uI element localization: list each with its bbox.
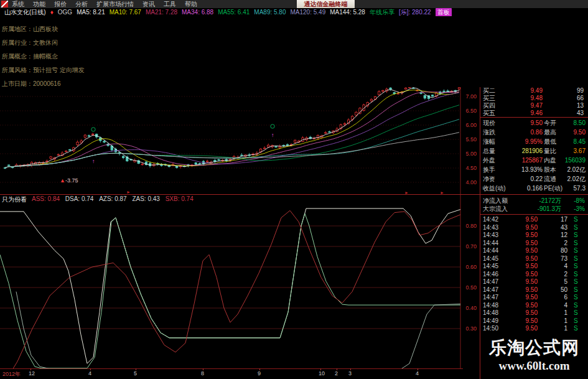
stat-value: 2.02亿 <box>554 174 586 184</box>
tick-volume: 2 <box>543 271 567 278</box>
expand-arrow-icon[interactable]: ► <box>440 190 444 195</box>
tick-volume: 1 <box>543 317 567 325</box>
kline-chart: 7.006.506.005.505.004.504.00▲-3.75↑↑ <box>0 87 480 195</box>
buy-signal-arrow-icon: ↑ <box>271 132 274 138</box>
price-axis-label: 5.50 <box>465 136 477 143</box>
tick-volume: 5 <box>543 278 567 286</box>
tick-volume: 6 <box>543 294 567 301</box>
menu-item-2[interactable]: 功能 <box>33 0 45 9</box>
tick-sell-flag: S <box>574 240 578 247</box>
indicator-chart: 0.800.700.600.500.400.30 <box>0 195 480 368</box>
tick-sell-flag: S <box>574 294 578 301</box>
stat-value: 57.3 <box>554 184 586 193</box>
stat-label: 净资 <box>483 174 495 184</box>
menu-item-6[interactable]: 资讯 <box>142 0 155 9</box>
tick-time: 14:45 <box>483 255 498 263</box>
tick-price: 9.50 <box>508 286 538 294</box>
tick-sell-flag: S <box>574 247 578 255</box>
stat-row: 外盘125867内盘156039 <box>480 156 588 165</box>
month-label: 8 <box>201 370 204 377</box>
indicator-field: AZS: 0.87 <box>99 195 128 202</box>
tick-time: 14:43 <box>483 224 498 232</box>
signal-circle-icon <box>271 124 274 128</box>
tick-time: 14:48 <box>483 309 498 317</box>
stat-label: 外盘 <box>483 156 495 165</box>
expand-arrow-icon[interactable]: ► <box>404 190 409 195</box>
info-segment: MA21: 7.28 <box>146 9 177 16</box>
tick-row: 14:479.506S <box>480 294 588 301</box>
menu-item-7[interactable]: 工具 <box>164 0 176 9</box>
stat-row: 涨幅9.95%最低8.45 <box>480 137 588 146</box>
tick-price: 9.50 <box>508 302 538 309</box>
expand-arrow-icon[interactable]: ► <box>126 190 131 194</box>
bid-label: 买三 <box>483 95 495 102</box>
indicator-header: 只为份看 ASS: 0.84 DSA: 0.74 AZS: 0.87 ZAS: … <box>2 195 197 203</box>
tick-price: 9.50 <box>508 232 538 239</box>
stat-row: 涨跌0.86最高9.50 <box>480 128 588 137</box>
indicator-axis-label: 0.80 <box>465 223 477 229</box>
info-segment: 首板 <box>436 8 452 16</box>
bid-label: 买四 <box>483 102 495 110</box>
bid-price: 9.47 <box>510 102 543 110</box>
indicator-field: SXB: 0.74 <box>166 195 194 202</box>
tick-row: 14:479.505S <box>480 278 588 286</box>
stat-value: 125867 <box>505 156 543 165</box>
indicator-line-white <box>0 208 460 363</box>
stat-value: 9.50 <box>554 128 586 137</box>
tick-row: 14:489.501S <box>480 309 588 317</box>
tick-sell-flag: S <box>574 325 578 332</box>
tick-time: 14:43 <box>483 232 498 239</box>
stat-value: 156039 <box>554 156 586 165</box>
tick-row: 14:499.501S <box>480 317 588 325</box>
tick-price: 9.50 <box>508 224 538 232</box>
price-axis-label: 6.50 <box>465 108 477 114</box>
bid-volume: 43 <box>549 110 584 117</box>
tick-sell-flag: S <box>574 255 578 263</box>
flow-row: 净流入额-2172万-8% <box>480 197 588 205</box>
bid-label: 买二 <box>483 87 495 95</box>
property-line: 所属行业：文教休闲 <box>2 39 58 47</box>
menu-item-8[interactable]: 帮助 <box>185 0 197 9</box>
stat-value: 2.02亿 <box>554 165 586 174</box>
indicator-axis-label: 0.60 <box>465 264 477 270</box>
price-gridlines <box>0 96 460 182</box>
bid-row[interactable]: 买四9.4713 <box>480 102 588 110</box>
tick-time: 14:47 <box>483 278 498 286</box>
candlestick-series <box>4 87 460 169</box>
menu-item-4[interactable]: 分析 <box>75 0 88 9</box>
tick-sell-flag: S <box>574 232 578 239</box>
indicator-axis-label: 0.40 <box>465 305 477 311</box>
tick-time: 14:45 <box>483 263 498 270</box>
price-axis-label: 7.00 <box>465 93 477 100</box>
tick-price: 9.50 <box>508 255 538 263</box>
tick-sell-flag: S <box>574 271 578 278</box>
tick-sell-flag: S <box>574 278 578 286</box>
watermark-title: 乐淘公式网 <box>480 337 588 358</box>
bid-row[interactable]: 买二9.4999 <box>480 87 588 95</box>
menu-item-3[interactable]: 报价 <box>54 0 67 9</box>
stat-row: 总量281906量比3.67 <box>480 146 588 156</box>
stat-value: 3.67 <box>554 146 586 156</box>
time-axis-line <box>0 368 463 369</box>
flow-value: -2172万 <box>516 197 561 205</box>
price-axis-label: 4.50 <box>465 165 477 171</box>
tick-price: 9.50 <box>508 309 538 317</box>
menu-item-5[interactable]: 扩展市场行情 <box>96 0 134 9</box>
tick-volume: 80 <box>543 247 567 255</box>
tick-volume: 17 <box>543 216 567 223</box>
tick-time: 14:47 <box>483 294 498 301</box>
tick-sell-flag: S <box>574 302 578 309</box>
stat-label: 收益(动) <box>483 184 506 193</box>
tick-volume: 2 <box>543 240 567 247</box>
bid-row[interactable]: 买三9.4866 <box>480 95 588 102</box>
menu-item-1[interactable]: 系统 <box>12 0 24 9</box>
indicator-axis-label: 0.30 <box>465 325 477 332</box>
stat-label: 现价 <box>483 118 495 128</box>
info-segment: MA34: 6.88 <box>182 9 213 16</box>
indicator-line-green <box>0 213 460 368</box>
flow-percent: -3% <box>562 205 585 213</box>
bid-row[interactable]: 买五9.4643 <box>480 110 588 117</box>
indicator-name[interactable]: 只为份看 <box>2 195 27 203</box>
price-axis-label: 6.00 <box>465 122 477 128</box>
tick-time: 14:44 <box>483 247 498 255</box>
